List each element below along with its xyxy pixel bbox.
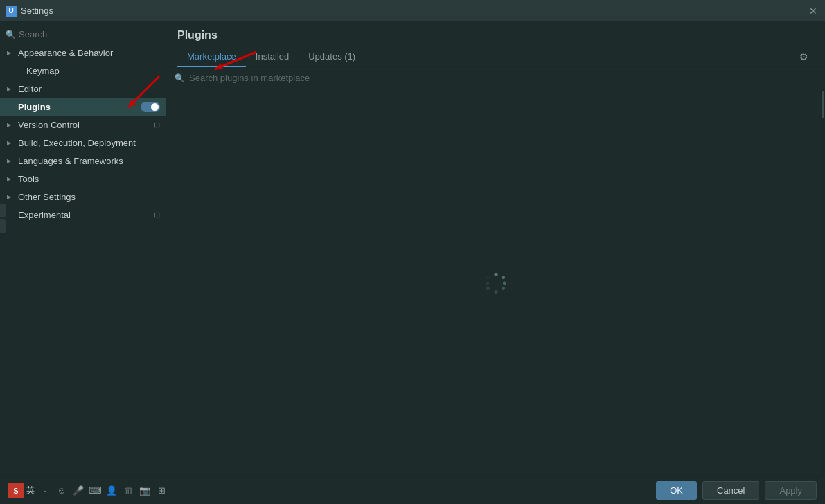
search-bar: 🔍 [166, 67, 825, 89]
sidebar-item-appearance[interactable]: ▶Appearance & Behavior [0, 44, 166, 62]
tab-marketplace[interactable]: Marketplace [177, 47, 246, 67]
sidebar-items-container: ▶Appearance & BehaviorKeymap▶EditorPlugi… [0, 44, 166, 224]
window-title: Settings [21, 6, 53, 16]
search-input[interactable] [189, 73, 817, 83]
taskbar-icon-mic[interactable]: 🎤 [71, 483, 86, 498]
cancel-button[interactable]: Cancel [702, 481, 759, 500]
collapse-tab-2[interactable] [0, 219, 6, 233]
sidebar-item-version-control[interactable]: ▶Version Control⊡ [0, 116, 166, 134]
app-icon: U [6, 6, 17, 17]
scroll-thumb [822, 91, 824, 118]
expand-arrow-appearance: ▶ [7, 50, 15, 56]
tab-installed[interactable]: Installed [246, 47, 299, 67]
search-icon: 🔍 [175, 73, 185, 83]
sidebar-item-label-other-settings: Other Settings [18, 192, 160, 202]
sidebar-item-label-appearance: Appearance & Behavior [18, 48, 160, 58]
title-bar: U Settings ✕ [0, 0, 825, 22]
sidebar-item-label-experimental: Experimental [18, 210, 151, 220]
sidebar-item-languages[interactable]: ▶Languages & Frameworks [0, 152, 166, 170]
sidebar-item-label-version-control: Version Control [18, 120, 151, 130]
taskbar-icons: S 英 · ☺ 🎤 ⌨ 👤 🗑 📷 ⊞ [8, 483, 169, 498]
sidebar-item-label-build-execution: Build, Execution, Deployment [18, 138, 160, 148]
taskbar-icon-1[interactable]: · [37, 483, 53, 498]
sidebar-search-input[interactable] [19, 29, 160, 39]
taskbar-icon-grid[interactable]: ⊞ [154, 483, 169, 498]
taskbar-icon-keyboard[interactable]: ⌨ [87, 483, 103, 498]
tabs-container: MarketplaceInstalledUpdates (1) [177, 47, 794, 66]
sidebar-item-other-settings[interactable]: ▶Other Settings [0, 188, 166, 206]
sidebar-item-experimental[interactable]: Experimental⊡ [0, 206, 166, 224]
expand-arrow-other-settings: ▶ [7, 194, 15, 200]
close-button[interactable]: ✕ [807, 5, 819, 17]
plugins-header: Plugins MarketplaceInstalledUpdates (1) … [166, 22, 825, 67]
sidebar-item-plugins[interactable]: Plugins [0, 98, 166, 116]
sidebar: 🔍 ▶Appearance & BehaviorKeymap▶EditorPlu… [0, 22, 166, 476]
sidebar-item-editor[interactable]: ▶Editor [0, 80, 166, 98]
expand-arrow-languages: ▶ [7, 158, 15, 164]
collapse-tab-1[interactable] [0, 204, 6, 217]
sidebar-item-tools[interactable]: ▶Tools [0, 170, 166, 188]
right-panel: Plugins MarketplaceInstalledUpdates (1) … [166, 22, 825, 476]
tabs-row: MarketplaceInstalledUpdates (1) ⚙ [177, 47, 814, 66]
sidebar-item-build-execution[interactable]: ▶Build, Execution, Deployment [0, 134, 166, 152]
taskbar-icon-camera[interactable]: 📷 [137, 483, 152, 498]
sidebar-item-label-editor: Editor [18, 84, 160, 94]
sidebar-item-keymap[interactable]: Keymap [0, 62, 166, 80]
loading-spinner [486, 273, 506, 294]
ok-button[interactable]: OK [656, 481, 697, 500]
sidebar-item-label-tools: Tools [18, 174, 160, 184]
ime-lang-text[interactable]: 英 [25, 485, 36, 496]
sidebar-search-icon: 🔍 [6, 30, 16, 39]
item-right-icon-experimental: ⊡ [154, 210, 160, 219]
taskbar-icon-smiley[interactable]: ☺ [54, 483, 69, 498]
taskbar-icon-trash[interactable]: 🗑 [121, 483, 136, 498]
plugins-toggle[interactable] [141, 102, 160, 112]
expand-arrow-version-control: ▶ [7, 122, 15, 128]
sidebar-item-label-keymap: Keymap [26, 66, 160, 76]
tab-updates[interactable]: Updates (1) [299, 47, 365, 67]
ime-s-icon[interactable]: S [8, 483, 24, 498]
apply-button[interactable]: Apply [765, 481, 817, 500]
main-layout: 🔍 ▶Appearance & BehaviorKeymap▶EditorPlu… [0, 22, 825, 476]
bottom-bar: S 英 · ☺ 🎤 ⌨ 👤 🗑 📷 ⊞ OK Cancel Apply [0, 476, 825, 504]
scrollbar[interactable] [821, 89, 825, 476]
gear-icon[interactable]: ⚙ [794, 48, 814, 65]
sidebar-item-label-languages: Languages & Frameworks [18, 156, 160, 166]
sidebar-search-row: 🔍 [0, 25, 166, 44]
plugins-title: Plugins [177, 29, 814, 42]
expand-arrow-build-execution: ▶ [7, 140, 15, 146]
sidebar-item-label-plugins: Plugins [18, 102, 138, 112]
bottom-buttons: OK Cancel Apply [656, 481, 817, 500]
item-right-icon-version-control: ⊡ [154, 120, 160, 129]
collapse-tabs [0, 204, 6, 233]
content-area [166, 89, 825, 476]
expand-arrow-tools: ▶ [7, 176, 15, 182]
expand-arrow-editor: ▶ [7, 86, 15, 92]
taskbar-icon-user[interactable]: 👤 [104, 483, 119, 498]
